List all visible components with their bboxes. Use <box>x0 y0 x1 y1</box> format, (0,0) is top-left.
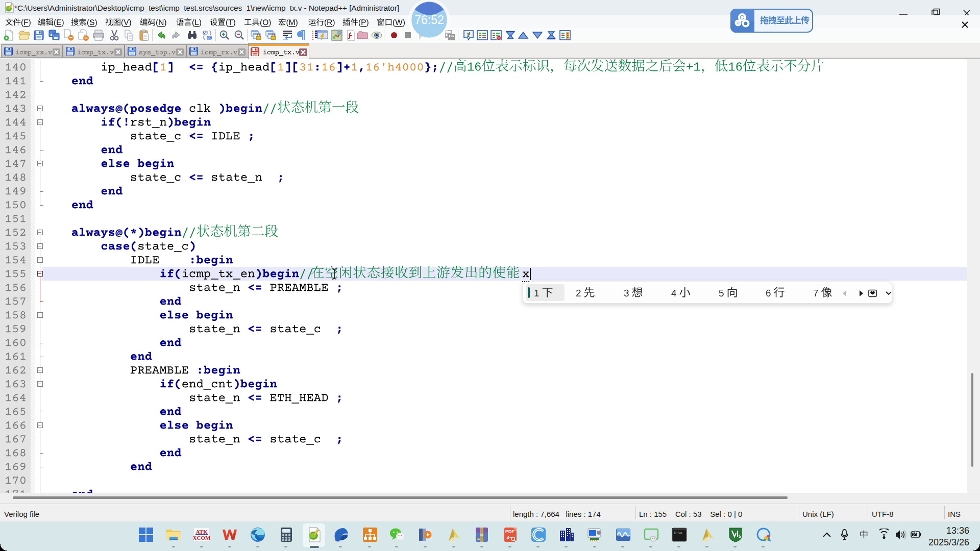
svg-text:360: 360 <box>476 538 480 541</box>
svg-text:76:52: 76:52 <box>414 13 444 27</box>
svg-text:PDF: PDF <box>505 529 515 534</box>
svg-text:C:\>: C:\> <box>674 531 682 535</box>
svg-text:5: 5 <box>739 534 741 539</box>
svg-text:XCOM: XCOM <box>193 535 210 541</box>
svg-text:ATK: ATK <box>195 529 207 535</box>
